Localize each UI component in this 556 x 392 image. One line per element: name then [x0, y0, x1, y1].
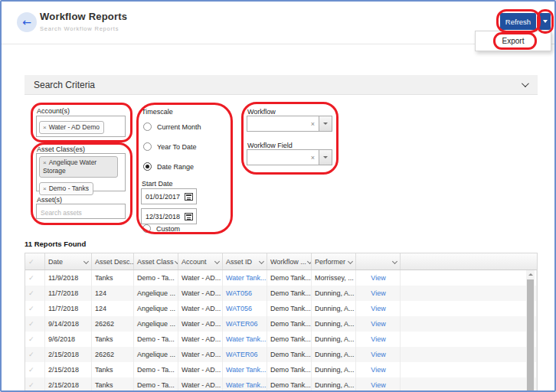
view-link[interactable]: View — [356, 362, 401, 377]
asset-class-tag[interactable]: ×Angelique Water Storage — [39, 156, 118, 178]
accounts-input[interactable]: ×Water - AD Demo — [36, 116, 126, 137]
column-header-asset-id[interactable]: Asset ID — [223, 253, 267, 270]
radio-current-month[interactable]: Current Month — [143, 122, 201, 131]
assets-placeholder: Search assets — [37, 206, 86, 220]
asset-id-link[interactable]: WATER06 — [223, 316, 267, 332]
remove-tag-icon[interactable]: × — [43, 124, 47, 131]
cell-date: 9/6/2018 — [45, 332, 92, 347]
row-select-cell[interactable]: ✓ — [25, 301, 45, 316]
view-link[interactable]: View — [356, 286, 401, 301]
column-header-workflow[interactable]: Workflow ... — [267, 253, 312, 270]
view-link[interactable]: View — [356, 347, 401, 362]
cell-account: Water - AD... — [178, 377, 223, 392]
start-date-input[interactable]: 01/01/2017 — [141, 188, 197, 204]
workflow-field-combobox[interactable]: × — [247, 149, 332, 165]
radio-selected-icon[interactable] — [143, 162, 152, 171]
chevron-down-icon[interactable] — [214, 259, 220, 264]
chevron-down-icon[interactable] — [348, 259, 353, 264]
calendar-icon[interactable] — [185, 213, 193, 220]
table-row[interactable]: ✓2/15/2018TanksDemo - Ta...Water - AD...… — [25, 362, 537, 377]
search-criteria-header[interactable]: Search Criteria — [25, 75, 538, 95]
row-select-cell[interactable]: ✓ — [25, 362, 45, 377]
refresh-dropdown-button[interactable] — [539, 13, 551, 30]
asset-id-link[interactable]: WAT056 — [223, 301, 267, 316]
workflow-field-label: Workflow Field — [247, 142, 293, 149]
asset-id-link[interactable]: Water Tank... — [223, 332, 267, 347]
view-link[interactable]: View — [356, 377, 401, 392]
cell-performer: Dunning, A... — [312, 377, 356, 392]
timescale-label: Timescale — [142, 108, 173, 116]
column-header-asset-desc[interactable]: Asset Desc... — [92, 253, 134, 270]
radio-icon[interactable] — [142, 224, 151, 233]
assets-search-input[interactable]: Search assets — [36, 204, 126, 219]
back-button[interactable]: ← — [17, 12, 37, 32]
export-menu-item[interactable]: Export — [495, 35, 532, 47]
check-icon: ✓ — [28, 366, 34, 374]
reports-table: ✓ Date Asset Desc... Asset Class Account… — [25, 253, 538, 392]
clear-icon[interactable]: × — [307, 154, 319, 162]
chevron-down-icon[interactable] — [259, 259, 264, 264]
column-header-action[interactable] — [356, 253, 401, 270]
table-row[interactable]: ✓2/15/201826262Angelique ...Water - AD..… — [25, 347, 537, 362]
asset-classes-input[interactable]: ×Angelique Water Storage ×Demo - Tanks — [36, 153, 126, 191]
row-select-cell[interactable]: ✓ — [25, 286, 45, 301]
refresh-button[interactable]: Refresh — [500, 13, 536, 30]
column-header-account[interactable]: Account — [178, 253, 223, 270]
cell-filler — [401, 362, 537, 377]
column-header-performer[interactable]: Performer — [312, 253, 356, 270]
account-tag[interactable]: ×Water - AD Demo — [39, 121, 104, 134]
row-select-cell[interactable]: ✓ — [25, 377, 45, 392]
radio-date-range[interactable]: Date Range — [143, 162, 194, 171]
view-link[interactable]: View — [356, 316, 401, 332]
check-icon: ✓ — [28, 289, 34, 297]
view-link[interactable]: View — [356, 332, 401, 347]
chevron-down-icon[interactable] — [392, 259, 397, 264]
view-link[interactable]: View — [356, 270, 401, 286]
remove-tag-icon[interactable]: × — [43, 159, 47, 166]
check-icon: ✓ — [28, 320, 34, 328]
table-row[interactable]: ✓2/15/2018TanksDemo - Ta...Water - AD...… — [25, 377, 537, 392]
row-select-cell[interactable]: ✓ — [25, 332, 45, 347]
row-select-cell[interactable]: ✓ — [25, 347, 45, 362]
end-date-input[interactable]: 12/31/2018 — [141, 208, 197, 224]
radio-icon[interactable] — [143, 142, 152, 151]
workflow-combobox[interactable]: × — [247, 116, 332, 132]
asset-id-link[interactable]: Water Tank... — [223, 270, 267, 286]
dropdown-button[interactable] — [319, 116, 332, 131]
workflow-reports-window: ← Workflow Reports Search Workflow Repor… — [0, 0, 556, 392]
asset-id-link[interactable]: Water Tank... — [223, 377, 267, 392]
vertical-scrollbar[interactable] — [526, 270, 535, 391]
asset-id-link[interactable]: Water Tank... — [223, 362, 267, 377]
asset-id-link[interactable]: WATER06 — [223, 347, 267, 362]
view-link[interactable]: View — [356, 301, 401, 316]
cell-account: Water - AD... — [178, 316, 223, 332]
column-header-asset-class[interactable]: Asset Class — [134, 253, 178, 270]
asset-class-tag[interactable]: ×Demo - Tanks — [39, 182, 93, 195]
page-title: Workflow Reports — [40, 11, 127, 22]
cell-date: 2/15/2018 — [45, 377, 92, 392]
table-row[interactable]: ✓9/6/2018TanksDemo - Ta...Water - AD...W… — [25, 332, 537, 347]
cell-performer: Dunning, A... — [312, 286, 356, 301]
table-row[interactable]: ✓11/7/2018124Angelique ...Water - AD...W… — [25, 301, 537, 316]
calendar-icon[interactable] — [185, 193, 193, 201]
column-header-date[interactable]: Date — [45, 253, 92, 270]
table-row[interactable]: ✓11/9/2018TanksDemo - Ta...Water - AD...… — [25, 270, 537, 286]
scroll-up-button[interactable] — [526, 270, 535, 279]
table-row[interactable]: ✓9/14/201826262Angelique ...Water - AD..… — [25, 316, 537, 332]
select-all-header[interactable]: ✓ — [25, 253, 45, 270]
cell-date: 11/7/2018 — [45, 301, 92, 316]
radio-custom[interactable]: Custom — [142, 224, 180, 233]
chevron-down-icon — [543, 20, 548, 23]
table-row[interactable]: ✓11/7/2018124Angelique ...Water - AD...W… — [25, 286, 537, 301]
clear-icon[interactable]: × — [307, 120, 319, 128]
radio-year-to-date[interactable]: Year To Date — [143, 142, 197, 151]
radio-icon[interactable] — [143, 122, 152, 131]
asset-id-link[interactable]: WAT056 — [223, 286, 267, 301]
row-select-cell[interactable]: ✓ — [25, 270, 45, 286]
scrollbar-thumb[interactable] — [527, 279, 534, 390]
check-icon: ✓ — [28, 381, 34, 389]
chevron-down-icon[interactable] — [83, 259, 89, 264]
remove-tag-icon[interactable]: × — [43, 185, 47, 192]
row-select-cell[interactable]: ✓ — [25, 316, 45, 332]
dropdown-button[interactable] — [319, 150, 332, 165]
